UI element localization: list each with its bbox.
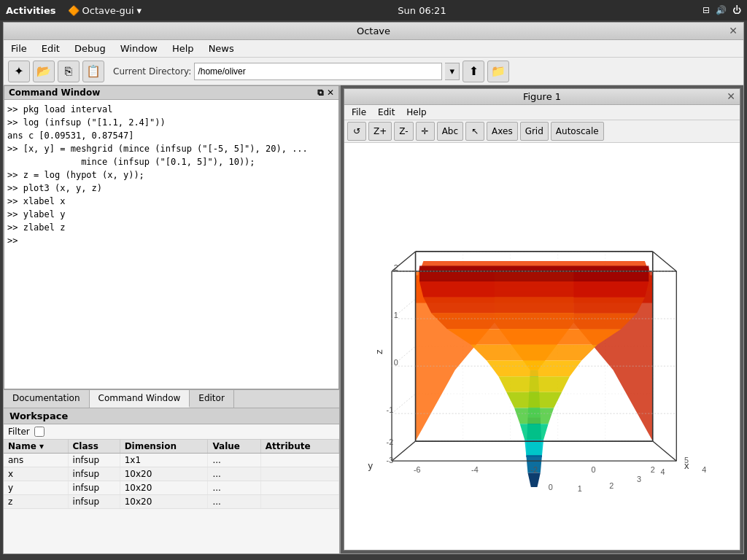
network-icon: ⊟: [703, 5, 710, 15]
svg-marker-25: [447, 329, 621, 345]
svg-text:4: 4: [661, 467, 665, 476]
current-directory-input[interactable]: [194, 63, 442, 80]
command-window-content[interactable]: >> pkg load interval >> log (infsup ("[1…: [4, 100, 338, 389]
figure-close-button[interactable]: ✕: [727, 90, 735, 102]
svg-text:0: 0: [549, 483, 553, 491]
cell-class: infsup: [68, 467, 120, 481]
filter-checkbox[interactable]: [34, 427, 44, 437]
figure-menu-file[interactable]: File: [349, 106, 369, 118]
table-row[interactable]: yinfsup10x20...: [4, 481, 339, 495]
plot-area: z y x 2 1 0 -1 -2 -3: [344, 143, 740, 550]
window-titlebar: Octave ✕: [4, 23, 743, 40]
figure-menu: File Edit Help: [344, 105, 740, 120]
tab-command-window[interactable]: Command Window: [90, 390, 190, 408]
grid-button[interactable]: Grid: [520, 122, 549, 141]
col-header-attribute[interactable]: Attribute: [260, 440, 338, 454]
menu-news[interactable]: News: [204, 42, 239, 55]
svg-text:y: y: [368, 460, 374, 471]
cell-value: ...: [208, 454, 260, 467]
svg-text:-2: -2: [387, 438, 394, 447]
filter-label: Filter: [8, 427, 30, 437]
svg-text:-3: -3: [387, 456, 394, 464]
axes-button[interactable]: Axes: [487, 122, 518, 141]
zoom-out-button[interactable]: Z-: [394, 122, 413, 141]
svg-text:1: 1: [578, 484, 582, 493]
menu-bar: File Edit Debug Window Help News: [4, 40, 743, 58]
directory-dropdown-button[interactable]: ▾: [445, 63, 460, 80]
table-row[interactable]: zinfsup10x20...: [4, 495, 339, 509]
autoscale-button[interactable]: Autoscale: [551, 122, 604, 141]
system-clock: Sun 06:21: [398, 5, 446, 16]
col-header-value[interactable]: Value: [208, 440, 260, 454]
svg-text:3: 3: [637, 475, 641, 483]
cell-dimension: 1x1: [120, 454, 208, 467]
browse-directory-button[interactable]: 📁: [487, 61, 509, 82]
figure-toolbar: ↺ Z+ Z- ✛ Abc ↖ Axes Grid Autoscale: [344, 120, 740, 143]
cursor-button[interactable]: ↖: [465, 122, 484, 141]
app-name-label[interactable]: 🔶 Octave-gui ▾: [68, 5, 142, 16]
copy-button[interactable]: ⎘: [58, 61, 80, 82]
col-header-class[interactable]: Class: [68, 440, 120, 454]
menu-window[interactable]: Window: [116, 42, 162, 55]
cursor-icon: ↖: [471, 126, 479, 136]
system-bar: Activities 🔶 Octave-gui ▾ Sun 06:21 ⊟ 🔊 …: [0, 0, 747, 20]
figure-titlebar: Figure 1 ✕: [344, 89, 740, 105]
col-header-name[interactable]: Name ▾: [4, 440, 68, 454]
menu-edit[interactable]: Edit: [37, 42, 64, 55]
right-panel: Figure 1 ✕ File Edit Help ↺ Z+ Z- ✛: [341, 85, 743, 553]
tab-editor[interactable]: Editor: [190, 390, 234, 408]
app-dropdown-icon[interactable]: ▾: [137, 5, 142, 16]
table-row[interactable]: ansinfsup1x1...: [4, 454, 339, 467]
cell-value: ...: [208, 495, 260, 509]
content-area: Command Window ⧉ ✕ >> pkg load interval …: [4, 85, 743, 553]
window-title: Octave: [357, 26, 390, 36]
menu-help[interactable]: Help: [168, 42, 198, 55]
tab-documentation[interactable]: Documentation: [4, 390, 90, 408]
text-button[interactable]: Abc: [437, 122, 463, 141]
power-icon[interactable]: ⏻: [732, 5, 741, 15]
cell-attribute: [260, 495, 338, 509]
svg-marker-26: [471, 345, 597, 361]
octave-icon: 🔶: [68, 5, 80, 16]
figure-menu-edit[interactable]: Edit: [375, 106, 398, 118]
cmd-close-icon[interactable]: ✕: [327, 88, 334, 98]
svg-marker-28: [498, 376, 570, 392]
workspace-table: Name ▾ Class Dimension Value Attribute a…: [4, 440, 339, 509]
copy-icon: ⎘: [65, 64, 72, 78]
volume-icon[interactable]: 🔊: [716, 5, 727, 15]
rotate-button[interactable]: ↺: [347, 122, 366, 141]
open-file-button[interactable]: 📂: [33, 61, 55, 82]
activities-label[interactable]: Activities: [6, 5, 56, 16]
col-header-dimension[interactable]: Dimension: [120, 440, 208, 454]
command-window-title: Command Window: [9, 88, 100, 98]
navigate-up-button[interactable]: ⬆: [462, 61, 484, 82]
figure-menu-help[interactable]: Help: [403, 106, 429, 118]
cell-dimension: 10x20: [120, 467, 208, 481]
cell-name: z: [4, 495, 68, 509]
svg-text:2: 2: [651, 465, 655, 474]
cell-attribute: [260, 481, 338, 495]
svg-marker-31: [520, 424, 549, 440]
workspace-table-body: ansinfsup1x1...xinfsup10x20...yinfsup10x…: [4, 454, 339, 509]
svg-text:-6: -6: [414, 465, 421, 474]
cell-class: infsup: [68, 454, 120, 467]
new-file-button[interactable]: ✦: [8, 61, 30, 82]
cell-dimension: 10x20: [120, 481, 208, 495]
pan-button[interactable]: ✛: [416, 122, 435, 141]
table-row[interactable]: xinfsup10x20...: [4, 467, 339, 481]
main-window: Octave ✕ File Edit Debug Window Help New…: [3, 22, 744, 554]
paste-button[interactable]: 📋: [82, 61, 104, 82]
menu-file[interactable]: File: [7, 42, 31, 55]
current-directory-label: Current Directory:: [113, 66, 191, 77]
workspace-panel: Workspace Filter Name ▾ Class Dimension …: [4, 408, 339, 553]
menu-debug[interactable]: Debug: [70, 42, 110, 55]
new-file-icon: ✦: [14, 64, 23, 78]
svg-marker-32: [525, 440, 543, 456]
window-close-button[interactable]: ✕: [729, 25, 738, 36]
cell-class: infsup: [68, 481, 120, 495]
svg-text:5: 5: [684, 456, 689, 464]
workspace-title: Workspace: [4, 408, 339, 424]
zoom-in-button[interactable]: Z+: [368, 122, 392, 141]
svg-text:1: 1: [394, 311, 398, 319]
cmd-restore-icon[interactable]: ⧉: [317, 88, 324, 98]
